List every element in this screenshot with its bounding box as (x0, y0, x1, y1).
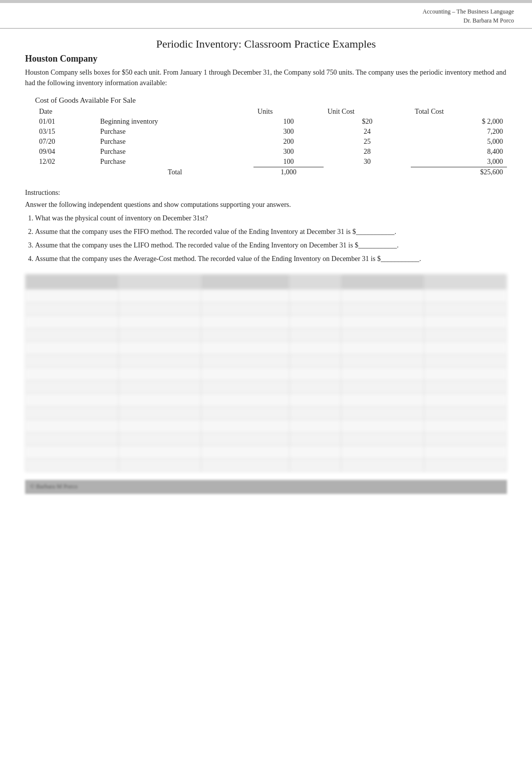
blurred-cell-6-0 (26, 367, 119, 380)
blurred-cell-13-1 (119, 458, 201, 471)
company-name: Houston Company (25, 54, 507, 64)
cell-desc-1: Purchase (96, 127, 253, 137)
cell-unitcost-0: $20 (324, 117, 411, 127)
instruction-item-2: Assume that the company uses the FIFO me… (35, 226, 507, 237)
blurred-cell-0-5 (424, 289, 506, 302)
table-row: 09/04 Purchase 300 28 8,400 (35, 147, 507, 157)
blurred-cell-5-0 (26, 354, 119, 367)
blurred-cell-13-4 (341, 458, 424, 471)
blurred-cell-6-1 (119, 367, 201, 380)
blurred-row (26, 341, 507, 354)
blurred-cell-10-4 (341, 419, 424, 432)
blurred-cell-10-1 (119, 419, 201, 432)
blurred-cell-6-2 (201, 367, 290, 380)
blurred-header-2 (119, 274, 201, 289)
total-date (35, 167, 96, 178)
blurred-cell-7-2 (201, 380, 290, 393)
blurred-header-5 (341, 274, 424, 289)
blurred-header-1 (26, 274, 119, 289)
top-right: Accounting – The Business Language Dr. B… (0, 3, 532, 27)
blurred-cell-5-1 (119, 354, 201, 367)
blurred-cell-11-0 (26, 432, 119, 445)
cell-date-1: 03/15 (35, 127, 96, 137)
cell-totalcost-0: $ 2,000 (411, 117, 507, 127)
blurred-cell-9-3 (289, 406, 341, 419)
cell-units-0: 100 (253, 117, 324, 127)
cell-unitcost-4: 30 (324, 157, 411, 167)
blurred-row (26, 458, 507, 471)
blurred-row (26, 432, 507, 445)
blurred-row (26, 367, 507, 380)
blurred-cell-8-3 (289, 393, 341, 406)
instructions-intro: Answer the following independent questio… (25, 199, 507, 210)
blurred-cell-10-2 (201, 419, 290, 432)
cost-section-title: Cost of Goods Available For Sale (35, 96, 507, 105)
table-row: 07/20 Purchase 200 25 5,000 (35, 137, 507, 147)
blurred-table (25, 274, 507, 472)
instruction-item-4: Assume that the company uses the Average… (35, 253, 507, 264)
col-totalcost-header: Total Cost (411, 107, 507, 117)
blurred-cell-4-1 (119, 341, 201, 354)
table-row: 01/01 Beginning inventory 100 $20 $ 2,00… (35, 117, 507, 127)
blurred-cell-1-1 (119, 302, 201, 315)
blurred-row (26, 328, 507, 341)
blurred-cell-3-0 (26, 328, 119, 341)
col-date-header: Date (35, 107, 96, 117)
inventory-table: Date Units Unit Cost Total Cost 01/01 Be… (35, 107, 507, 177)
instruction-item-1: What was the physical count of inventory… (35, 213, 507, 223)
blurred-cell-7-1 (119, 380, 201, 393)
cell-totalcost-4: 3,000 (411, 157, 507, 167)
blurred-cell-12-0 (26, 445, 119, 458)
blurred-cell-13-5 (424, 458, 506, 471)
cell-desc-0: Beginning inventory (96, 117, 253, 127)
blurred-cell-3-1 (119, 328, 201, 341)
blurred-cell-12-2 (201, 445, 290, 458)
blurred-row (26, 315, 507, 328)
blurred-cell-4-4 (341, 341, 424, 354)
table-row: 12/02 Purchase 100 30 3,000 (35, 157, 507, 167)
cost-section: Cost of Goods Available For Sale Date Un… (35, 96, 507, 177)
blurred-cell-3-2 (201, 328, 290, 341)
blurred-cell-10-0 (26, 419, 119, 432)
blurred-cell-1-5 (424, 302, 506, 315)
blurred-cell-12-5 (424, 445, 506, 458)
bottom-bar-text: © Barbara M Porco (30, 483, 78, 490)
cell-units-4: 100 (253, 157, 324, 167)
blurred-cell-3-3 (289, 328, 341, 341)
blurred-cell-5-5 (424, 354, 506, 367)
cell-totalcost-2: 5,000 (411, 137, 507, 147)
blurred-cell-2-0 (26, 315, 119, 328)
blurred-cell-1-0 (26, 302, 119, 315)
blurred-cell-1-2 (201, 302, 290, 315)
blurred-cell-2-4 (341, 315, 424, 328)
blurred-cell-8-4 (341, 393, 424, 406)
blurred-cell-4-0 (26, 341, 119, 354)
blurred-row (26, 419, 507, 432)
blurred-cell-4-3 (289, 341, 341, 354)
blurred-cell-11-2 (201, 432, 290, 445)
blurred-cell-4-2 (201, 341, 290, 354)
blurred-cell-5-3 (289, 354, 341, 367)
blurred-cell-2-1 (119, 315, 201, 328)
blurred-header-4 (289, 274, 341, 289)
page-title: Periodic Inventory: Classroom Practice E… (25, 38, 507, 51)
cell-totalcost-3: 8,400 (411, 147, 507, 157)
blurred-cell-5-4 (341, 354, 424, 367)
blurred-section (25, 274, 507, 472)
blurred-tbody (26, 289, 507, 471)
blurred-cell-0-2 (201, 289, 290, 302)
blurred-cell-0-0 (26, 289, 119, 302)
blurred-cell-6-4 (341, 367, 424, 380)
blurred-cell-3-5 (424, 328, 506, 341)
header-line1: Accounting – The Business Language (0, 7, 514, 16)
blurred-cell-11-1 (119, 432, 201, 445)
cell-date-2: 07/20 (35, 137, 96, 147)
instructions: Instructions: Answer the following indep… (25, 187, 507, 264)
description: Houston Company sells boxes for $50 each… (25, 67, 507, 88)
blurred-cell-13-0 (26, 458, 119, 471)
blurred-cell-12-4 (341, 445, 424, 458)
blurred-cell-8-1 (119, 393, 201, 406)
col-desc-header (96, 107, 253, 117)
blurred-cell-3-4 (341, 328, 424, 341)
blurred-row (26, 302, 507, 315)
